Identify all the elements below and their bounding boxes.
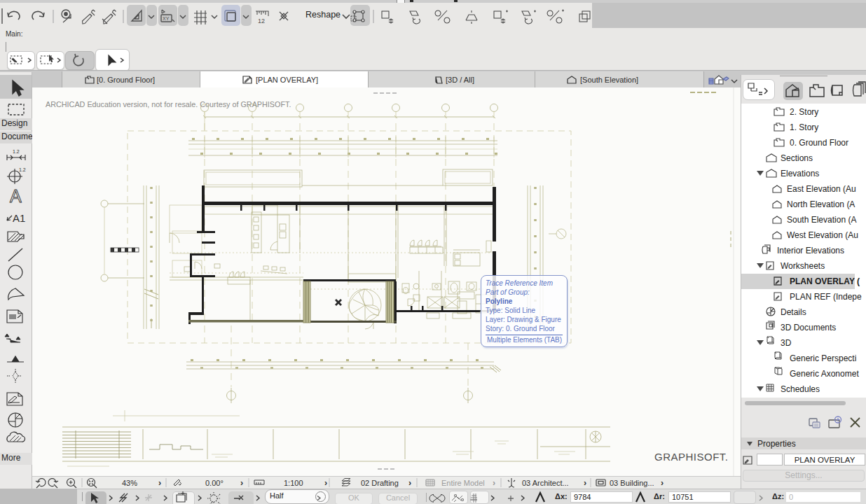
svg-text:A1: A1 [13, 212, 25, 224]
svg-text:XY: XY [163, 16, 170, 21]
svg-text:1.2: 1.2 [19, 167, 26, 172]
svg-text:A: A [10, 186, 22, 206]
svg-text:12: 12 [258, 18, 265, 24]
svg-text:1.2: 1.2 [13, 149, 20, 154]
